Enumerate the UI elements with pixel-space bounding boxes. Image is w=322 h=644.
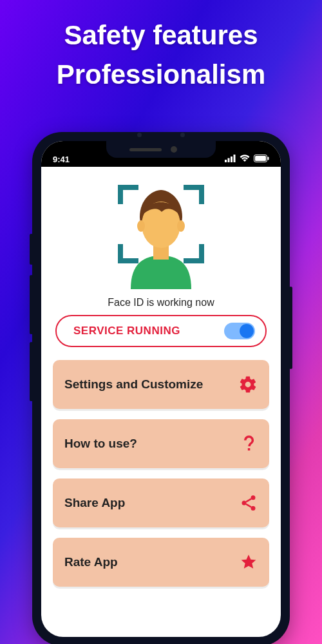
menu-item-label: Settings and Customize xyxy=(64,377,203,392)
service-status-label: Service Running xyxy=(73,325,180,337)
menu-item-share-app[interactable]: Share App xyxy=(53,478,269,527)
svg-rect-2 xyxy=(231,156,232,162)
menu-item-label: How to use? xyxy=(64,437,137,451)
signal-icon xyxy=(225,155,236,164)
share-icon xyxy=(240,494,258,512)
hero-line-1: Safety features xyxy=(0,18,322,53)
hero-heading: Safety features Professionalism xyxy=(0,0,322,92)
phone-sensor-dots xyxy=(32,130,290,139)
wifi-icon xyxy=(240,155,250,164)
toggle-knob xyxy=(240,324,254,338)
face-id-status-text: Face ID is working now xyxy=(53,297,269,308)
svg-point-9 xyxy=(137,220,145,232)
battery-icon xyxy=(254,155,269,164)
svg-rect-5 xyxy=(255,156,266,161)
star-icon xyxy=(240,553,258,571)
phone-frame: 9:41 xyxy=(32,132,290,644)
svg-point-11 xyxy=(251,495,256,500)
service-toggle[interactable] xyxy=(224,323,255,339)
phone-screen: 9:41 xyxy=(41,141,281,637)
phone-side-button xyxy=(289,287,292,369)
phone-notch xyxy=(106,141,216,158)
status-icons xyxy=(225,155,269,164)
menu-item-label: Share App xyxy=(64,496,125,510)
phone-side-button xyxy=(30,234,33,265)
phone-side-button xyxy=(30,342,33,401)
menu-item-label: Rate App xyxy=(64,555,118,569)
svg-point-12 xyxy=(242,501,247,506)
status-time: 9:41 xyxy=(53,155,70,164)
menu-item-how-to-use[interactable]: How to use? xyxy=(53,419,269,468)
svg-point-10 xyxy=(177,220,185,232)
gear-icon xyxy=(238,375,258,394)
svg-rect-6 xyxy=(268,157,269,160)
hero-line-2: Professionalism xyxy=(0,57,322,93)
menu-item-settings[interactable]: Settings and Customize xyxy=(53,360,269,409)
svg-rect-3 xyxy=(234,155,236,162)
svg-point-13 xyxy=(251,506,256,511)
svg-rect-0 xyxy=(225,160,227,162)
menu-item-rate-app[interactable]: Rate App xyxy=(53,538,269,587)
svg-rect-1 xyxy=(228,158,230,163)
question-icon xyxy=(240,434,258,453)
service-status-pill: Service Running xyxy=(55,315,267,347)
phone-side-button xyxy=(30,275,33,334)
face-id-illustration xyxy=(53,180,269,289)
menu-list: Settings and Customize How to use? Share… xyxy=(53,360,269,587)
